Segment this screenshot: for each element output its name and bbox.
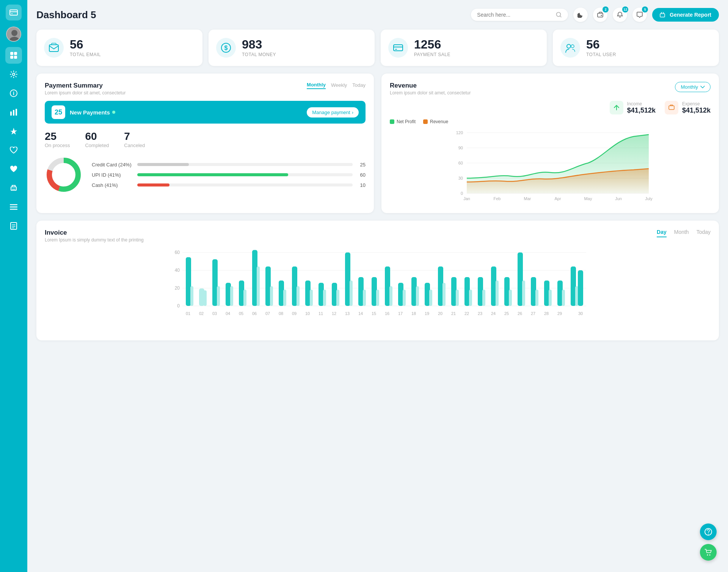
svg-text:08: 08 [279, 311, 283, 316]
theme-toggle-btn[interactable] [573, 8, 588, 22]
stat-canceled: 7 Canceled [124, 130, 145, 148]
svg-text:26: 26 [518, 311, 522, 316]
bell-icon-btn[interactable]: 12 [613, 8, 627, 22]
invoice-chart: 60 40 20 0 [45, 249, 711, 332]
tab-today[interactable]: Today [352, 82, 366, 89]
canceled-label: Canceled [124, 143, 145, 148]
invoice-tab-day[interactable]: Day [657, 229, 667, 237]
svg-point-26 [571, 45, 574, 48]
svg-text:19: 19 [425, 311, 429, 316]
stat-number-payment: 1256 [414, 38, 450, 50]
svg-rect-7 [10, 56, 13, 59]
stat-info-user: 56 TOTAL USER [586, 38, 616, 57]
svg-text:16: 16 [385, 311, 389, 316]
svg-rect-97 [456, 290, 459, 306]
completed-num: 60 [85, 130, 109, 143]
header-right: 2 12 5 Generate Report [471, 8, 719, 22]
svg-rect-79 [336, 290, 339, 306]
svg-text:25: 25 [504, 311, 509, 316]
wallet-icon-btn[interactable]: 2 [593, 8, 607, 22]
progress-list: Credit Card (24%) 25 UPI ID (41%) 60 [92, 162, 366, 188]
svg-rect-61 [217, 286, 220, 306]
svg-text:Jan: Jan [463, 196, 470, 201]
np-count: 25 [52, 105, 65, 119]
sidebar-item-chart[interactable] [5, 104, 22, 121]
svg-rect-98 [464, 277, 470, 306]
svg-rect-12 [13, 110, 14, 116]
sidebar-item-heart[interactable] [5, 142, 22, 158]
sidebar-logo[interactable] [6, 5, 22, 20]
svg-text:60: 60 [175, 250, 180, 255]
svg-point-25 [567, 44, 571, 48]
on-process-label: On process [45, 143, 70, 148]
header: Dashboard 5 2 [36, 8, 719, 22]
panels-row: Payment Summary Lorem ipsum dolor sit am… [36, 74, 719, 213]
revenue-monthly-dropdown[interactable]: Monthly [675, 82, 711, 92]
svg-text:24: 24 [491, 311, 496, 316]
page-title: Dashboard 5 [36, 9, 96, 21]
svg-text:29: 29 [557, 311, 562, 316]
svg-text:14: 14 [358, 311, 363, 316]
payment-summary-title: Payment Summary [45, 82, 126, 89]
sidebar-item-settings[interactable] [5, 66, 22, 83]
wallet-badge: 2 [602, 6, 609, 13]
svg-point-3 [11, 30, 17, 36]
sidebar-item-print[interactable] [5, 180, 22, 196]
invoice-title: Invoice [45, 229, 144, 237]
svg-text:02: 02 [199, 311, 204, 316]
search-box[interactable] [471, 9, 568, 21]
invoice-tab-today[interactable]: Today [697, 229, 711, 237]
payment-summary-title-area: Payment Summary Lorem ipsum dolor sit am… [45, 82, 126, 96]
svg-rect-23 [394, 45, 403, 51]
svg-rect-96 [451, 277, 457, 306]
svg-rect-114 [571, 266, 576, 306]
svg-rect-58 [199, 288, 204, 306]
svg-rect-11 [10, 111, 12, 116]
invoice-tab-month[interactable]: Month [674, 229, 689, 237]
svg-rect-68 [265, 266, 271, 306]
sidebar-item-doc[interactable] [5, 218, 22, 234]
svg-rect-80 [345, 252, 350, 306]
payment-details: Credit Card (24%) 25 UPI ID (41%) 60 [45, 156, 366, 194]
svg-text:120: 120 [456, 130, 463, 135]
upi-bar-wrap [137, 173, 353, 176]
sidebar-item-dashboard[interactable] [5, 47, 22, 64]
manage-payment-link[interactable]: Manage payment › [307, 107, 359, 118]
svg-rect-107 [522, 281, 525, 306]
tab-monthly[interactable]: Monthly [307, 82, 326, 89]
upi-bar [137, 173, 288, 176]
svg-text:40: 40 [175, 268, 180, 273]
fab-container [700, 523, 717, 561]
user-avatar[interactable] [6, 27, 21, 42]
progress-credit-card: Credit Card (24%) 25 [92, 162, 366, 168]
svg-rect-5 [10, 52, 13, 55]
fab-cart[interactable] [700, 544, 717, 561]
stat-label-payment: PAYMENT SALE [414, 52, 450, 57]
tab-weekly[interactable]: Weekly [331, 82, 347, 89]
user-icon [560, 38, 580, 58]
svg-rect-70 [279, 281, 284, 306]
sidebar-item-heartfill[interactable] [5, 161, 22, 177]
generate-report-button[interactable]: Generate Report [652, 8, 719, 22]
svg-text:27: 27 [531, 311, 535, 316]
svg-rect-14 [11, 187, 16, 190]
search-input[interactable] [477, 12, 553, 18]
payment-icon [388, 38, 408, 58]
sidebar-item-star[interactable] [5, 123, 22, 139]
svg-text:May: May [584, 196, 592, 201]
chat-icon-btn[interactable]: 5 [632, 8, 647, 22]
sidebar-item-list[interactable] [5, 199, 22, 215]
sidebar [0, 0, 27, 572]
svg-text:July: July [645, 196, 653, 201]
svg-rect-75 [310, 290, 313, 306]
sidebar-item-info[interactable] [5, 85, 22, 102]
fab-support[interactable] [700, 523, 717, 540]
cash-bar-wrap [137, 183, 353, 186]
svg-rect-83 [363, 290, 366, 306]
svg-rect-82 [358, 277, 364, 306]
invoice-header: Invoice Lorem Ipsum is simply dummy text… [45, 229, 711, 243]
invoice-subtitle: Lorem Ipsum is simply dummy text of the … [45, 237, 144, 243]
svg-rect-93 [429, 290, 432, 306]
svg-point-9 [13, 73, 15, 75]
upi-value: 60 [356, 172, 366, 178]
